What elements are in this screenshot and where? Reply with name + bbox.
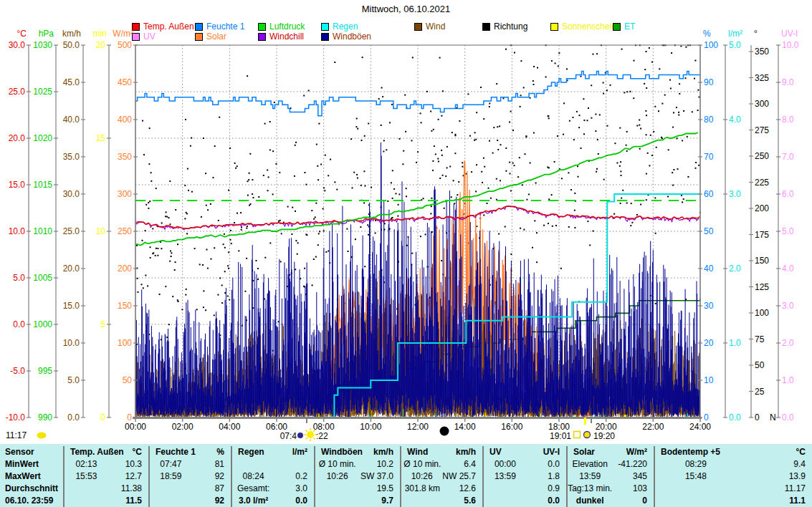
table-sensor-column: UVUV-I00:000.013:591.80.90.0 [482,446,566,507]
table-row: Tag:13 min.103 [568,483,654,495]
table-cell [65,483,108,495]
tick-label-min: 5 [100,319,105,329]
tick-label-wm2: 350 [118,152,132,162]
table-row: 0.0 [484,495,566,507]
tick-label-wm2: 200 [118,264,132,274]
moonset-icon [584,432,591,438]
table-sensor-column: Feuchte 1%07:478118:59928792 [148,446,231,507]
table-row: dunkel0 [568,495,654,507]
x-tick-label: 00:00 [125,422,146,432]
table-rowheader: MaxWert [0,470,63,483]
tick-label-hpa: 1005 [33,273,52,283]
axis-header-lm2: l/m² [728,29,742,39]
tick-label-hpa: 995 [38,366,52,376]
tick-label-pct: 30 [704,301,714,311]
weather-chart: 30.025.020.015.010.05.00.0-5.0-10.0°C103… [0,0,812,444]
table-sensor-column: Windkm/hØ 10 min.6.410:26NW 25.7301.8 km… [400,446,482,507]
table-cell: Tag:13 min. [568,483,612,495]
tick-label-kmh: 20.0 [63,264,80,274]
tick-label-lm2: 2.0 [729,264,741,274]
sun-ray [313,438,315,439]
tick-label-wm2: 250 [118,226,132,236]
table-header-cell: km/h [456,446,482,458]
table-cell: 07:47 [150,458,192,470]
table-header-row: Bodentemp +5°C [655,446,812,458]
table-header-cell: Temp. Außen [65,446,124,458]
table-cell [150,495,192,507]
table-rowheader: Durchschnitt [0,483,63,495]
table-cell: 08:29 [655,458,737,470]
table-row: 11.5 [65,495,148,507]
table-cell: 10.3 [108,458,148,470]
tick-label-min: 0 [100,412,105,422]
table-row: 11.1 [655,495,812,507]
table-cell: 3.0 l/m² [232,495,274,507]
axis-header-min: min [93,29,107,39]
current-time-label: 11:17 [6,430,27,440]
axis-header-wm2: W/m² [113,29,133,39]
x-tick-label: 02:00 [172,422,194,432]
table-row: 3.0 l/m²0.0 [232,495,314,507]
table-sensor-column: Bodentemp +5°C08:299.415:4813.911.1711.1 [654,446,812,507]
sunrise-time-label: 07:4 [280,431,297,441]
table-cell: 1.8 [527,470,566,483]
table-header-row: UVUV-I [484,446,566,458]
table-cell: 5.6 [444,495,482,507]
table-cell: 00:00 [484,458,527,470]
tick-label-uvi: 3.0 [782,301,794,311]
stats-table: SensorMinWertMaxWertDurchschnitt06.10. 2… [0,444,812,507]
table-cell: 11.1 [737,495,812,507]
table-cell: dunkel [568,495,612,507]
table-sensor-column: Regenl/m²08:240.2Gesamt:3.03.0 l/m²0.0 [231,446,314,507]
table-cell [484,483,527,495]
tick-label-pct: 20 [704,338,714,348]
tick-label-deg: 175 [755,230,769,240]
sun-cloud-icon [37,433,47,439]
tick-label-pct: 70 [704,152,714,162]
series-windboeen [135,143,699,417]
tick-label-lm2: 1.0 [729,338,741,348]
tick-label-lm2: 0.0 [729,412,741,422]
table-header-row: Feuchte 1% [150,446,231,458]
table-row: 10:26NW 25.7 [401,470,482,483]
axis-header-deg: ° [754,29,758,39]
table-cell: 345 [612,470,654,483]
tick-label-min: 10 [96,226,106,236]
table-cell [232,458,274,470]
table-cell: 19.5 [359,483,400,495]
table-cell: 11.38 [108,483,148,495]
sunrise-axis-tick [306,417,307,423]
tick-label-deg: 250 [755,151,769,161]
tick-label-kmh: 30.0 [63,189,80,199]
table-cell: Elevation [568,458,612,470]
axis-header-kmh: km/h [62,29,81,39]
tick-label-deg: 200 [755,203,769,213]
tick-label-lm2: 5.0 [729,40,741,50]
x-tick-label: 14:00 [454,422,476,432]
tick-label-deg: 300 [755,99,769,109]
tick-label-uvi: 2.0 [782,338,794,348]
axis-header-hpa: hPa [39,29,54,39]
dusk-axis-tick [591,417,592,423]
tick-label-kmh: 0.0 [67,412,80,422]
table-header-cell: W/m² [626,446,654,458]
tick-label-hpa: 1010 [33,226,52,236]
table-row: 92 [150,495,231,507]
table-cell: 301.8 km [401,483,444,495]
table-cell: 12.6 [444,483,482,495]
tick-label-wm2: 450 [118,77,132,87]
tick-label-pct: 100 [704,40,718,50]
table-cell [655,495,737,507]
sunset-early-label: :22 [316,431,328,441]
table-sensor-column: Temp. Außen°C02:1310.315:5312.711.3811.5 [63,446,148,507]
table-header-row: Windböenkm/h [315,446,400,458]
tick-label-pct: 0 [704,412,709,422]
tick-label-pct: 80 [704,115,714,125]
table-cell [274,458,314,470]
table-row: 0.9 [484,483,566,495]
table-cell: 0 [612,495,654,507]
table-header-cell: Regen [232,446,264,458]
tick-label-uvi: 9.0 [782,77,794,87]
table-cell: SW 37.0 [359,470,400,483]
table-header-cell: Wind [401,446,428,458]
